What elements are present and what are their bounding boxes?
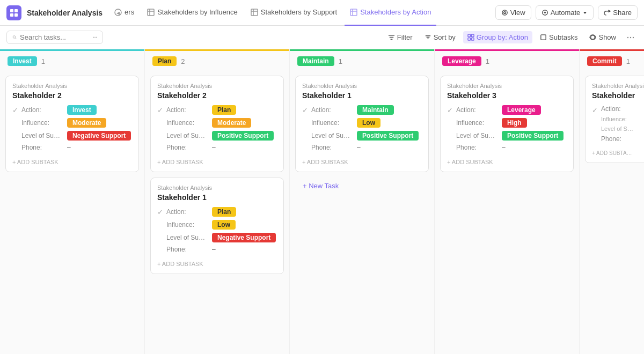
influence-field: Influence: Low [166,220,277,230]
influence-value: Moderate [212,118,251,128]
svg-rect-1 [14,9,18,12]
column-header-plan: Plan 2 [145,49,289,71]
show-icon [589,34,596,41]
support-field: Level of Su… Positive Support [166,131,277,141]
card-project: Stakeholder Analysis [12,83,132,89]
commit-badge: Commit [587,56,622,66]
influence-value: Low [357,118,380,128]
add-subtask-button[interactable]: + ADD SUBTASK [302,159,422,165]
support-value: Positive Support [357,131,419,141]
table-row[interactable]: Stakeholder Analysis Stakeholder 1 ✓ Act… [150,178,284,274]
svg-point-21 [94,37,95,38]
group-icon [467,34,474,41]
phone-field: Phone: – [311,144,422,151]
phone-label: Phone: [311,144,357,151]
svg-point-28 [591,35,595,39]
app-header: Stakeholder Analysis ◀ ers Stakeholders … [0,0,644,26]
view-button[interactable]: View [495,5,531,20]
automate-button[interactable]: Automate [536,5,594,20]
card-check: ✓ Action: Leverage Influence: High Level… [447,105,567,154]
action-field: Action: Leverage [456,105,567,115]
filter-button[interactable]: Filter [384,31,417,43]
group-label: Group by: Action [477,33,528,41]
svg-text:◀: ◀ [116,11,120,16]
influence-field: Influence: [601,116,644,122]
phone-label: Phone: [21,144,67,151]
column-header-maintain: Maintain 1 [290,49,434,71]
support-label: Level of S… [601,126,644,132]
influence-label: Influence: [166,119,212,127]
leverage-badge: Leverage [442,56,481,66]
table-row[interactable]: Stakeholder Analysis Stakeholder 2 ✓ Act… [5,76,139,172]
column-header-commit: Commit 1 [580,49,644,71]
card-check: ✓ Action: Plan Influence: Low Level of S… [157,207,277,256]
influence-label: Influence: [456,119,502,127]
share-button[interactable]: Share [598,5,638,20]
card-title: Stakeholder 2 [157,91,277,100]
sort-button[interactable]: Sort by [420,31,460,43]
tab-by-influence[interactable]: Stakeholders by Influence [142,0,243,26]
add-subtask-button[interactable]: + ADD SUBTA… [592,150,644,156]
maintain-body: Stakeholder Analysis Stakeholder 1 ✓ Act… [290,71,434,354]
phone-field: Phone: – [601,135,644,143]
column-maintain: Maintain 1 Stakeholder Analysis Stakehol… [290,49,435,354]
phone-label: Phone: [166,246,212,253]
svg-rect-26 [471,38,474,40]
tab-by-action[interactable]: Stakeholders by Action [345,0,436,26]
view-label: View [510,9,525,17]
influence-label: Influence: [166,221,212,228]
phone-field: Phone: – [166,246,277,253]
maintain-count: 1 [339,57,342,65]
support-label: Level of Su… [166,234,212,241]
more-options-button[interactable] [624,31,638,45]
tab-filters-label: ers [125,8,134,16]
add-subtask-button[interactable]: + ADD SUBTASK [12,159,132,165]
column-commit: Commit 1 Stakeholder Analysis Stakeholde… [580,49,644,354]
phone-field: Phone: – [21,144,132,151]
support-value: Positive Support [502,131,564,141]
card-title: Stakeholder [592,91,644,100]
svg-point-31 [633,36,634,38]
table-row[interactable]: Stakeholder Analysis Stakeholder 1 ✓ Act… [295,76,429,172]
column-invest: Invest 1 Stakeholder Analysis Stakeholde… [0,49,145,354]
card-check: ✓ Action: Maintain Influence: Low Level … [302,105,422,154]
support-field: Level of Su… Positive Support [456,131,567,141]
svg-point-16 [503,12,506,14]
support-field: Level of Su… Negative Support [166,233,277,242]
add-subtask-button[interactable]: + ADD SUBTASK [447,159,567,165]
influence-value: Low [212,220,236,230]
svg-rect-3 [14,13,18,17]
tab-filters[interactable]: ◀ ers [109,0,140,26]
phone-label: Phone: [456,144,502,151]
svg-point-29 [627,36,628,38]
subtasks-label: Subtasks [549,33,577,41]
table-row[interactable]: Stakeholder Analysis Stakeholder 2 ✓ Act… [150,76,284,172]
new-task-button[interactable]: + New Task [295,178,429,194]
action-value: Plan [212,207,236,217]
action-field: Action: Plan [166,207,277,217]
add-subtask-button[interactable]: + ADD SUBTASK [157,159,277,165]
search-input[interactable] [20,33,90,41]
card-title: Stakeholder 2 [12,91,132,100]
show-button[interactable]: Show [585,31,620,43]
filter-label: Filter [397,33,413,41]
svg-point-20 [93,37,94,38]
search-box[interactable] [6,31,103,44]
action-field: Action: Invest [21,105,132,115]
action-label: Action: [21,106,67,114]
toolbar: Filter Sort by Group by: Action Subtasks… [0,26,644,49]
column-header-invest: Invest 1 [0,49,144,71]
influence-value: High [502,118,527,128]
group-button[interactable]: Group by: Action [463,31,532,43]
card-project: Stakeholder Analysis [157,83,277,89]
support-label: Level of Su… [166,132,212,139]
subtasks-button[interactable]: Subtasks [536,31,582,43]
table-row[interactable]: Stakeholder Analysis Stakeholder 3 ✓ Act… [440,76,574,172]
tab-by-support[interactable]: Stakeholders by Support [245,0,342,26]
add-subtask-button[interactable]: + ADD SUBTASK [157,261,277,267]
action-field: Action: Maintain [311,105,422,115]
table-row[interactable]: Stakeholder Analysis Stakeholder ✓ Actio… [585,76,644,163]
app-title: Stakeholder Analysis [27,9,103,17]
action-field: Action: Plan [166,105,277,115]
commit-count: 1 [626,57,630,65]
